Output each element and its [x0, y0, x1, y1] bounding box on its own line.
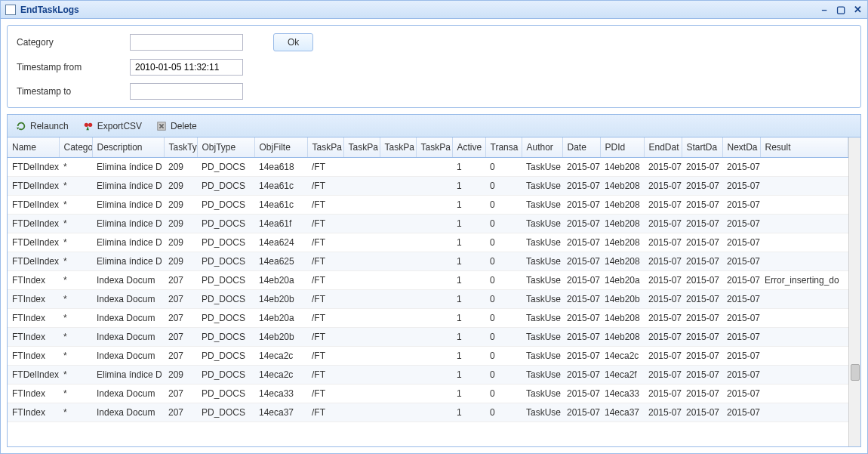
column-header[interactable]: StartDa	[682, 137, 722, 158]
cell: 1	[452, 215, 485, 233]
cell: FTIndex	[8, 309, 59, 328]
cell: 2015-07	[722, 215, 760, 233]
column-header[interactable]: PDId	[600, 137, 644, 158]
cell	[343, 328, 380, 347]
minimize-button[interactable]: –	[819, 5, 830, 15]
column-header[interactable]: Author	[522, 137, 562, 158]
cell: Elimina índice D	[92, 252, 164, 271]
table-row[interactable]: FTDelIndex*Elimina índice D209PD_DOCS14e…	[8, 233, 848, 252]
timestamp-to-input[interactable]	[130, 83, 243, 100]
cell: 2015-07	[682, 177, 722, 196]
cell: 2015-07	[562, 403, 600, 422]
cell: 0	[485, 385, 522, 403]
cell: FTIndex	[8, 290, 59, 309]
table-row[interactable]: FTIndex*Indexa Docum207PD_DOCS14eca37/FT…	[8, 403, 848, 422]
cell: 2015-07	[644, 233, 682, 252]
cell: 207	[164, 385, 197, 403]
column-header[interactable]: Description	[92, 137, 164, 158]
column-header[interactable]: NextDa	[722, 137, 760, 158]
table-row[interactable]: FTDelIndex*Elimina índice D209PD_DOCS14e…	[8, 158, 848, 177]
cell: 0	[485, 290, 522, 309]
cell: 209	[164, 177, 197, 196]
cell: 2015-07	[562, 196, 600, 215]
table-row[interactable]: FTDelIndex*Elimina índice D209PD_DOCS14e…	[8, 196, 848, 215]
cell: /FT	[307, 177, 343, 196]
cell: 209	[164, 196, 197, 215]
column-header[interactable]: TaskTy	[164, 137, 197, 158]
cell: *	[59, 347, 92, 366]
column-header[interactable]: Catego	[59, 137, 92, 158]
grid-scroll[interactable]: NameCategoDescriptionTaskTyObjTypeObjFil…	[8, 137, 848, 446]
cell	[343, 309, 380, 328]
column-header[interactable]: Name	[8, 137, 59, 158]
table-row[interactable]: FTIndex*Indexa Docum207PD_DOCS14eca33/FT…	[8, 385, 848, 403]
cell: Elimina índice D	[92, 233, 164, 252]
delete-button[interactable]: Delete	[152, 119, 200, 134]
scrollbar-vertical[interactable]	[848, 137, 860, 446]
titlebar[interactable]: EndTaskLogs – ▢ ✕	[1, 1, 867, 19]
cell: Elimina índice D	[92, 366, 164, 385]
cell: /FT	[307, 366, 343, 385]
cell: 14eca2f	[600, 366, 644, 385]
cell: *	[59, 196, 92, 215]
table-row[interactable]: FTIndex*Indexa Docum207PD_DOCS14eb20a/FT…	[8, 271, 848, 290]
scrollbar-thumb[interactable]	[851, 364, 860, 381]
table-row[interactable]: FTIndex*Indexa Docum207PD_DOCS14eca2c/FT…	[8, 347, 848, 366]
table-row[interactable]: FTIndex*Indexa Docum207PD_DOCS14eb20b/FT…	[8, 290, 848, 309]
cell	[343, 215, 380, 233]
table-row[interactable]: FTDelIndex*Elimina índice D209PD_DOCS14e…	[8, 366, 848, 385]
cell: FTIndex	[8, 328, 59, 347]
cell: 2015-07	[722, 271, 760, 290]
exportcsv-label: ExportCSV	[97, 121, 142, 131]
cell: 2015-07	[644, 328, 682, 347]
cell	[380, 196, 416, 215]
cell	[416, 158, 452, 177]
table-row[interactable]: FTIndex*Indexa Docum207PD_DOCS14eb20a/FT…	[8, 309, 848, 328]
column-header[interactable]: Date	[562, 137, 600, 158]
cell: 2015-07	[562, 271, 600, 290]
cell	[760, 347, 848, 366]
cell: 14eca2c	[254, 347, 307, 366]
cell	[380, 309, 416, 328]
column-header[interactable]: ObjFilte	[254, 137, 307, 158]
column-header[interactable]: TaskPa	[416, 137, 452, 158]
column-header[interactable]: Active	[452, 137, 485, 158]
table-row[interactable]: FTIndex*Indexa Docum207PD_DOCS14eb20b/FT…	[8, 328, 848, 347]
cell: *	[59, 177, 92, 196]
cell	[343, 385, 380, 403]
table-row[interactable]: FTDelIndex*Elimina índice D209PD_DOCS14e…	[8, 177, 848, 196]
cell	[380, 385, 416, 403]
column-header[interactable]: TaskPa	[343, 137, 380, 158]
cell: /FT	[307, 196, 343, 215]
cell	[760, 177, 848, 196]
cell: 14eb208	[600, 233, 644, 252]
cell	[343, 252, 380, 271]
relaunch-button[interactable]: Relaunch	[12, 119, 72, 134]
cell: 0	[485, 271, 522, 290]
cell: TaskUse	[522, 290, 562, 309]
exportcsv-button[interactable]: ExportCSV	[79, 119, 145, 134]
column-header[interactable]: TaskPa	[307, 137, 343, 158]
timestamp-from-input[interactable]	[130, 59, 243, 76]
maximize-button[interactable]: ▢	[836, 5, 846, 15]
column-header[interactable]: Transa	[485, 137, 522, 158]
close-button[interactable]: ✕	[852, 5, 863, 15]
cell	[343, 271, 380, 290]
cell	[343, 196, 380, 215]
cell: 2015-07	[562, 233, 600, 252]
table-row[interactable]: FTDelIndex*Elimina índice D209PD_DOCS14e…	[8, 252, 848, 271]
category-input[interactable]	[130, 34, 243, 51]
cell: 2015-07	[644, 347, 682, 366]
column-header[interactable]: TaskPa	[380, 137, 416, 158]
cell: 207	[164, 328, 197, 347]
table-row[interactable]: FTDelIndex*Elimina índice D209PD_DOCS14e…	[8, 215, 848, 233]
column-header[interactable]: Result	[760, 137, 848, 158]
cell: 2015-07	[722, 290, 760, 309]
toolbar: Relaunch ExportCSV Delete	[7, 114, 861, 137]
ok-button[interactable]: Ok	[273, 33, 313, 51]
cell: PD_DOCS	[197, 366, 254, 385]
cell: /FT	[307, 233, 343, 252]
cell: *	[59, 385, 92, 403]
column-header[interactable]: ObjType	[197, 137, 254, 158]
column-header[interactable]: EndDat	[644, 137, 682, 158]
